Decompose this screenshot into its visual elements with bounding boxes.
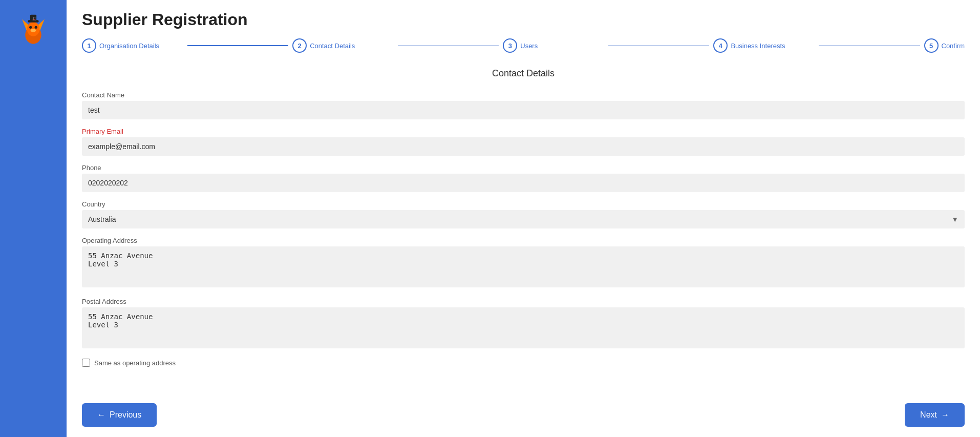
stepper: 1 Organisation Details 2 Contact Details… xyxy=(82,38,965,53)
step-line-4 xyxy=(819,45,920,46)
contact-name-label: Contact Name xyxy=(82,91,965,99)
phone-label: Phone xyxy=(82,164,965,172)
postal-address-label: Postal Address xyxy=(82,298,965,305)
arrow-right-icon: → xyxy=(941,410,949,420)
step-circle-4: 4 xyxy=(713,38,728,53)
country-select-wrapper: Australia New Zealand United States Unit… xyxy=(82,210,965,228)
step-label-4: Business Interests xyxy=(731,42,785,50)
country-group: Country Australia New Zealand United Sta… xyxy=(82,200,965,228)
contact-name-group: Contact Name xyxy=(82,91,965,119)
svg-point-5 xyxy=(35,26,37,29)
step-circle-5: 5 xyxy=(924,38,939,53)
step-circle-3: 3 xyxy=(503,38,517,53)
operating-address-input[interactable]: 55 Anzac Avenue Level 3 xyxy=(82,246,965,287)
country-label: Country xyxy=(82,200,965,208)
next-button[interactable]: Next → xyxy=(905,403,965,427)
step-label-3: Users xyxy=(520,42,538,50)
section-heading: Contact Details xyxy=(82,68,965,79)
step-line-1 xyxy=(187,45,289,46)
postal-address-input[interactable]: 55 Anzac Avenue Level 3 xyxy=(82,307,965,348)
step-4: 4 Business Interests xyxy=(713,38,815,53)
previous-button[interactable]: ← Previous xyxy=(82,403,157,427)
step-5: 5 Confirm xyxy=(924,38,965,53)
svg-point-4 xyxy=(29,26,32,29)
page-title: Supplier Registration xyxy=(82,10,965,29)
primary-email-input[interactable] xyxy=(82,137,965,156)
form-content: Contact Details Contact Name Primary Ema… xyxy=(67,63,980,393)
step-circle-1: 1 xyxy=(82,38,96,53)
postal-address-group: Postal Address 55 Anzac Avenue Level 3 xyxy=(82,298,965,350)
contact-name-input[interactable] xyxy=(82,101,965,119)
svg-point-6 xyxy=(31,29,36,32)
footer: ← Previous Next → xyxy=(67,393,980,437)
step-1: 1 Organisation Details xyxy=(82,38,183,53)
main-content: Supplier Registration 1 Organisation Det… xyxy=(67,0,980,437)
step-label-5: Confirm xyxy=(942,42,965,50)
operating-address-label: Operating Address xyxy=(82,237,965,244)
operating-address-group: Operating Address 55 Anzac Avenue Level … xyxy=(82,237,965,289)
step-label-2: Contact Details xyxy=(310,42,355,50)
primary-email-label: Primary Email xyxy=(82,128,965,135)
primary-email-group: Primary Email xyxy=(82,128,965,156)
logo-icon: 🎩 xyxy=(15,10,51,46)
step-line-2 xyxy=(398,45,499,46)
step-line-3 xyxy=(608,45,710,46)
sidebar: 🎩 xyxy=(0,0,67,437)
svg-text:🎩: 🎩 xyxy=(32,16,37,21)
step-label-1: Organisation Details xyxy=(99,42,159,50)
same-address-group: Same as operating address xyxy=(82,359,965,367)
step-2: 2 Contact Details xyxy=(292,38,394,53)
phone-group: Phone xyxy=(82,164,965,192)
same-address-label[interactable]: Same as operating address xyxy=(94,359,176,367)
phone-input[interactable] xyxy=(82,174,965,192)
step-3: 3 Users xyxy=(503,38,604,53)
step-circle-2: 2 xyxy=(292,38,307,53)
arrow-left-icon: ← xyxy=(97,410,105,420)
same-address-checkbox[interactable] xyxy=(82,359,90,367)
header: Supplier Registration 1 Organisation Det… xyxy=(67,0,980,63)
country-select[interactable]: Australia New Zealand United States Unit… xyxy=(82,210,965,228)
